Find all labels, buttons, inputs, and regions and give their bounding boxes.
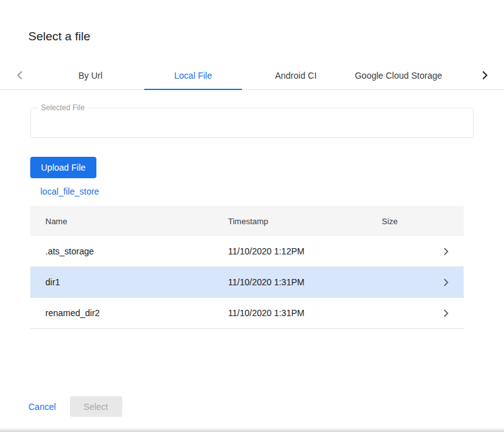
- table-header-row: Name Timestamp Size: [30, 206, 464, 236]
- tab-bar: By Url Local File Android CI Google Clou…: [0, 61, 504, 90]
- table-row[interactable]: .ats_storage 11/10/2020 1:12PM: [30, 236, 464, 267]
- tab-list: By Url Local File Android CI Google Clou…: [39, 61, 450, 89]
- file-name: .ats_storage: [45, 246, 228, 256]
- selected-file-label: Selected File: [38, 103, 87, 112]
- chevron-right-icon[interactable]: [433, 247, 449, 256]
- tabs-scroll-left-button[interactable]: [0, 61, 39, 89]
- chevron-right-icon[interactable]: [433, 309, 449, 317]
- tab-by-url[interactable]: By Url: [39, 61, 142, 89]
- header-name: Name: [45, 217, 228, 226]
- file-timestamp: 11/10/2020 1:12PM: [228, 246, 382, 256]
- tab-android-ci[interactable]: Android CI: [244, 61, 347, 89]
- tabs-scroll-right-button[interactable]: [465, 61, 504, 89]
- dialog-actions: Cancel Select: [28, 396, 122, 417]
- chevron-right-icon[interactable]: [433, 278, 449, 287]
- upload-file-button[interactable]: Upload File: [30, 157, 96, 178]
- file-timestamp: 11/10/2020 1:31PM: [228, 277, 382, 287]
- tab-local-file[interactable]: Local File: [142, 61, 244, 89]
- local-file-store-link[interactable]: local_file_store: [40, 186, 99, 196]
- dialog-title: Select a file: [0, 0, 504, 44]
- file-name: renamed_dir2: [45, 308, 228, 318]
- select-button[interactable]: Select: [70, 396, 122, 417]
- selected-file-field[interactable]: Selected File: [30, 108, 474, 138]
- dialog-bottom-shadow: [0, 428, 504, 432]
- chevron-left-icon: [17, 71, 23, 80]
- header-size: Size: [382, 217, 433, 226]
- header-timestamp: Timestamp: [228, 217, 382, 226]
- tab-google-cloud-storage[interactable]: Google Cloud Storage: [347, 61, 450, 89]
- selected-file-input[interactable]: [31, 108, 473, 137]
- cancel-button[interactable]: Cancel: [28, 402, 56, 412]
- file-table: Name Timestamp Size .ats_storage 11/10/2…: [30, 206, 464, 329]
- table-row[interactable]: renamed_dir2 11/10/2020 1:31PM: [30, 298, 464, 329]
- chevron-right-icon: [482, 71, 488, 80]
- file-timestamp: 11/10/2020 1:31PM: [228, 308, 382, 318]
- table-row[interactable]: dir1 11/10/2020 1:31PM: [30, 267, 464, 298]
- select-file-dialog: Select a file By Url Local File Android …: [0, 0, 504, 432]
- file-name: dir1: [45, 277, 228, 287]
